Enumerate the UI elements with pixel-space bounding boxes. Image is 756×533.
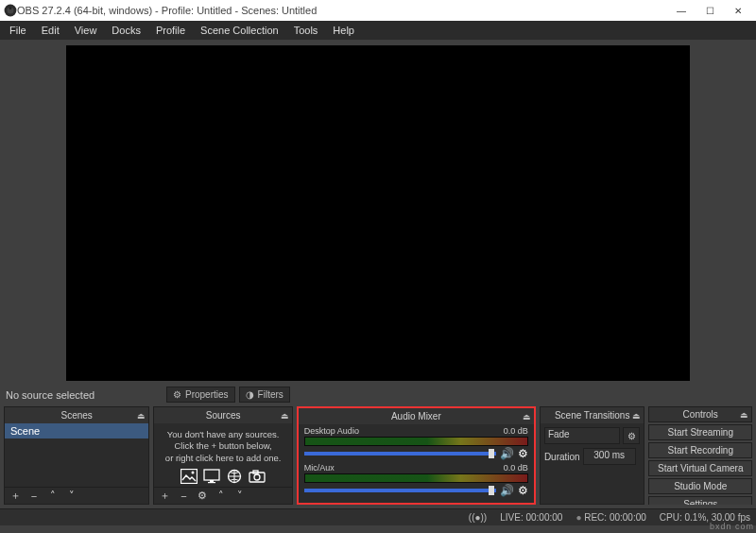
transitions-dock: Scene Transitions⏏ Fade ⚙ Duration 300 m…	[540, 406, 645, 505]
settings-button[interactable]: Settings	[648, 496, 752, 505]
svg-rect-7	[208, 482, 215, 483]
menubar: File Edit View Docks Profile Scene Colle…	[0, 21, 756, 40]
svg-rect-6	[210, 480, 214, 482]
add-source-button[interactable]: ＋	[156, 490, 173, 503]
source-up-button[interactable]: ˄	[213, 490, 230, 503]
watermark: bxdn com	[710, 522, 754, 531]
svg-point-11	[254, 474, 260, 480]
filter-icon: ◑	[246, 389, 254, 400]
studio-mode-button[interactable]: Studio Mode	[648, 478, 752, 494]
menu-help[interactable]: Help	[325, 23, 362, 38]
window-controls: — ☐ ✕	[667, 0, 752, 21]
undock-icon[interactable]: ⏏	[632, 411, 641, 421]
scenes-dock: Scenes⏏ Scene ＋ − ˄ ˅	[4, 406, 149, 505]
scenes-list[interactable]: Scene	[5, 423, 148, 487]
sources-dock: Sources⏏ You don't have any sources. Cli…	[153, 406, 292, 505]
controls-body: Start Streaming Start Recording Start Vi…	[648, 422, 752, 505]
mixer-db-value: 0.0 dB	[504, 463, 528, 473]
source-down-button[interactable]: ˅	[232, 490, 249, 503]
record-icon: ●	[576, 512, 581, 523]
source-toolbar: No source selected ⚙Properties ◑Filters	[0, 383, 756, 406]
svg-point-4	[192, 472, 195, 474]
vu-meter	[304, 437, 528, 446]
close-button[interactable]: ✕	[724, 0, 752, 21]
sources-footer: ＋ − ⚙ ˄ ˅	[154, 487, 291, 504]
filters-button[interactable]: ◑Filters	[239, 387, 290, 403]
mixer-options-icon[interactable]: ⚙	[518, 484, 528, 497]
menu-profile[interactable]: Profile	[148, 23, 193, 38]
docks-row: Scenes⏏ Scene ＋ − ˄ ˅ Sources⏏ You don't…	[0, 406, 756, 508]
properties-button[interactable]: ⚙Properties	[166, 387, 235, 403]
minimize-button[interactable]: —	[667, 0, 696, 21]
scenes-title: Scenes⏏	[5, 407, 148, 423]
sources-title: Sources⏏	[154, 407, 291, 423]
status-live: LIVE: 00:00:00	[500, 512, 562, 523]
svg-rect-3	[181, 470, 198, 484]
mixer-source-name: Desktop Audio	[304, 426, 359, 436]
speaker-icon[interactable]: 🔊	[500, 447, 514, 460]
duration-label: Duration	[544, 452, 580, 462]
undock-icon[interactable]: ⏏	[740, 410, 748, 420]
mixer-source-name: Mic/Aux	[304, 463, 335, 473]
speaker-icon[interactable]: 🔊	[500, 484, 514, 497]
remove-scene-button[interactable]: −	[26, 490, 43, 503]
menu-scene-collection[interactable]: Scene Collection	[193, 23, 286, 38]
menu-edit[interactable]: Edit	[34, 23, 67, 38]
image-icon	[180, 468, 198, 485]
controls-dock: Controls⏏ Start Streaming Start Recordin…	[648, 406, 752, 505]
add-scene-button[interactable]: ＋	[7, 490, 24, 503]
menu-tools[interactable]: Tools	[286, 23, 326, 38]
filters-button-label: Filters	[258, 389, 284, 400]
preview-container	[0, 40, 756, 383]
volume-slider[interactable]	[304, 452, 496, 456]
undock-icon[interactable]: ⏏	[281, 411, 289, 421]
duration-input[interactable]: 300 ms	[583, 448, 636, 465]
scene-down-button[interactable]: ˅	[63, 490, 80, 503]
properties-button-label: Properties	[185, 389, 229, 400]
audio-mixer-dock: Audio Mixer⏏ Desktop Audio0.0 dB 🔊 ⚙ Mic…	[297, 406, 536, 505]
mixer-options-icon[interactable]: ⚙	[518, 447, 528, 460]
sources-empty-text: You don't have any sources. Click the + …	[154, 423, 291, 487]
svg-point-2	[9, 7, 12, 9]
remove-source-button[interactable]: −	[175, 490, 192, 503]
obs-logo-icon	[4, 4, 17, 17]
camera-icon	[248, 468, 266, 485]
gear-icon: ⚙	[173, 389, 181, 400]
mixer-item: Mic/Aux0.0 dB 🔊 ⚙	[304, 463, 528, 497]
broadcast-icon: ((●))	[469, 512, 487, 523]
globe-icon	[225, 468, 244, 485]
volume-slider[interactable]	[304, 489, 496, 492]
vu-meter	[304, 473, 528, 483]
menu-view[interactable]: View	[67, 23, 105, 38]
display-icon	[202, 468, 221, 485]
audio-mixer-body: Desktop Audio0.0 dB 🔊 ⚙ Mic/Aux0.0 dB 🔊 …	[299, 424, 534, 503]
scene-item[interactable]: Scene	[5, 423, 148, 438]
no-source-label: No source selected	[6, 389, 166, 401]
undock-icon[interactable]: ⏏	[523, 412, 531, 421]
transitions-body: Fade ⚙ Duration 300 ms	[541, 423, 644, 504]
undock-icon[interactable]: ⏏	[137, 411, 146, 421]
source-options-button[interactable]: ⚙	[194, 490, 211, 503]
window-title: OBS 27.2.4 (64-bit, windows) - Profile: …	[17, 5, 667, 16]
svg-rect-5	[204, 470, 219, 480]
start-recording-button[interactable]: Start Recording	[648, 442, 752, 458]
mixer-db-value: 0.0 dB	[504, 426, 528, 436]
mixer-item: Desktop Audio0.0 dB 🔊 ⚙	[304, 426, 528, 460]
menu-file[interactable]: File	[2, 23, 34, 38]
statusbar: ((●)) LIVE: 00:00:00 ● REC: 00:00:00 CPU…	[0, 508, 756, 525]
start-virtual-camera-button[interactable]: Start Virtual Camera	[648, 460, 752, 476]
sources-hint-icons	[158, 468, 287, 485]
transition-options-button[interactable]: ⚙	[623, 427, 640, 444]
sources-list[interactable]: You don't have any sources. Click the + …	[154, 423, 291, 487]
preview-canvas[interactable]	[66, 45, 690, 381]
audio-mixer-title: Audio Mixer⏏	[299, 408, 534, 424]
maximize-button[interactable]: ☐	[696, 0, 724, 21]
transition-select[interactable]: Fade	[544, 427, 621, 444]
menu-docks[interactable]: Docks	[104, 23, 148, 38]
controls-title: Controls⏏	[648, 406, 752, 422]
start-streaming-button[interactable]: Start Streaming	[648, 424, 752, 440]
status-rec: REC: 00:00:00	[584, 512, 646, 523]
scenes-footer: ＋ − ˄ ˅	[5, 487, 148, 504]
transitions-title: Scene Transitions⏏	[541, 407, 644, 423]
scene-up-button[interactable]: ˄	[44, 490, 61, 503]
